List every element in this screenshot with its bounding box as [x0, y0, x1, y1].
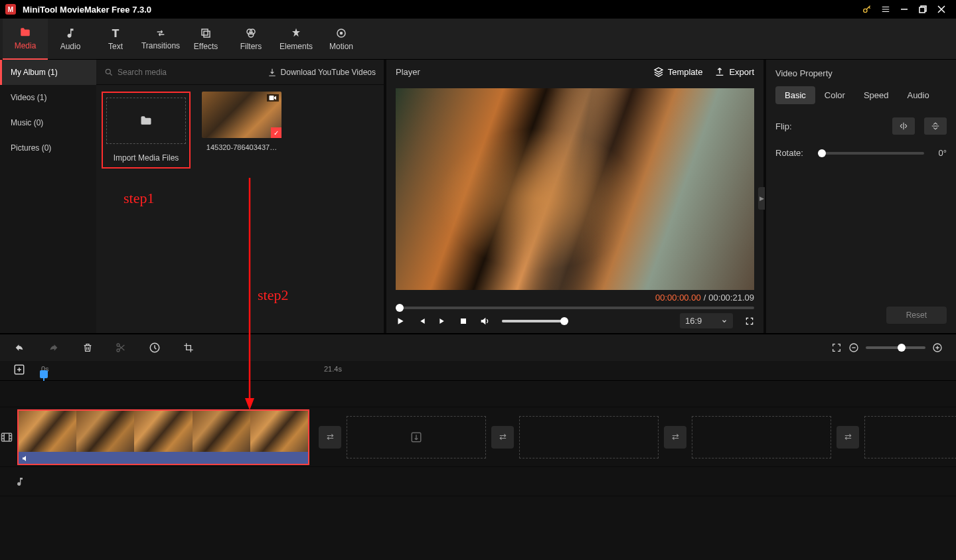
search-input[interactable] [118, 68, 210, 77]
volume-handle[interactable] [560, 317, 568, 325]
video-track[interactable]: ⇄ ⇄ ⇄ ⇄ [0, 407, 956, 467]
tab-label: Filters [240, 42, 262, 51]
album-pictures[interactable]: Pictures (0) [0, 135, 96, 161]
minimize-button[interactable] [895, 0, 914, 19]
maximize-button[interactable] [914, 0, 932, 19]
download-youtube-button[interactable]: Download YouTube Videos [268, 68, 376, 77]
transitions-icon [154, 28, 167, 38]
import-media-tile[interactable]: Import Media Files [102, 92, 191, 169]
audio-track[interactable] [0, 467, 956, 496]
prop-tab-audio[interactable]: Audio [898, 86, 938, 104]
tab-audio[interactable]: Audio [48, 19, 93, 60]
flip-vertical-button[interactable] [924, 117, 947, 135]
close-button[interactable] [932, 0, 951, 19]
undo-button[interactable] [13, 342, 25, 353]
crop-button[interactable] [183, 342, 194, 353]
empty-clip-slot[interactable] [864, 416, 956, 458]
tab-label: Audio [907, 90, 929, 100]
playhead[interactable] [40, 370, 48, 378]
import-label: Import Media Files [114, 153, 179, 163]
empty-clip-slot[interactable] [519, 416, 659, 458]
template-button[interactable]: Template [653, 66, 703, 77]
property-panel: Video Property Basic Color Speed Audio F… [766, 60, 956, 333]
transition-slot[interactable]: ⇄ [664, 426, 686, 449]
text-track[interactable] [0, 381, 956, 407]
time-duration: 00:00:21.09 [708, 293, 754, 303]
fullscreen-button[interactable] [745, 316, 754, 326]
aspect-value: 16:9 [685, 316, 702, 326]
video-viewport: ▶ [386, 84, 763, 290]
zoom-slider[interactable] [866, 346, 925, 349]
panel-expand-handle[interactable]: ▶ [758, 187, 765, 210]
prop-tab-color[interactable]: Color [815, 86, 854, 104]
album-myalbum[interactable]: My Album (1) [0, 60, 96, 85]
svg-rect-1 [919, 7, 925, 13]
titlebar: M MiniTool MovieMaker Free 7.3.0 [0, 0, 956, 19]
empty-clip-slot[interactable] [692, 416, 831, 458]
ruler-mark-1: 21.4s [324, 365, 342, 373]
media-panel: My Album (1) Videos (1) Music (0) Pictur… [0, 60, 384, 333]
rotate-slider[interactable] [818, 152, 924, 155]
seek-slider[interactable] [396, 307, 754, 309]
reset-button[interactable]: Reset [886, 307, 947, 324]
add-track-button[interactable] [13, 364, 25, 376]
transition-slot[interactable]: ⇄ [836, 426, 859, 449]
timeline-ruler[interactable]: 0s 21.4s [0, 361, 956, 381]
rotate-handle[interactable] [818, 149, 826, 157]
empty-clip-slot[interactable] [347, 416, 486, 458]
tab-label: Effects [194, 42, 218, 51]
template-icon [653, 66, 664, 77]
tab-media[interactable]: Media [3, 19, 48, 60]
menu-icon[interactable] [876, 0, 895, 19]
search-icon [104, 68, 114, 77]
aspect-ratio-select[interactable]: 16:9 [680, 313, 733, 328]
transition-slot[interactable]: ⇄ [491, 426, 514, 449]
tab-label: Media [15, 41, 37, 50]
tab-elements[interactable]: Elements [274, 19, 319, 60]
tab-filters[interactable]: Filters [228, 19, 274, 60]
filters-icon [245, 27, 257, 39]
fit-timeline-button[interactable] [831, 342, 842, 353]
split-button[interactable] [116, 342, 126, 353]
player-panel: Player Template Export ▶ 00:00:00.00 / 0… [386, 60, 763, 333]
main-toolbar: Media Audio Text Transitions Effects Fil… [0, 19, 956, 60]
zoom-handle[interactable] [898, 344, 906, 352]
property-title: Video Property [766, 60, 956, 86]
prev-frame-button[interactable] [417, 316, 426, 326]
album-videos[interactable]: Videos (1) [0, 85, 96, 110]
stop-button[interactable] [459, 317, 467, 325]
play-button[interactable] [396, 316, 405, 326]
prop-tab-basic[interactable]: Basic [775, 86, 815, 104]
zoom-out-button[interactable] [848, 342, 859, 353]
export-label: Export [729, 67, 754, 77]
video-canvas[interactable] [396, 88, 754, 290]
album-music[interactable]: Music (0) [0, 110, 96, 135]
rotate-label: Rotate: [775, 148, 809, 158]
prop-tab-speed[interactable]: Speed [854, 86, 898, 104]
volume-button[interactable] [479, 316, 490, 326]
volume-slider[interactable] [502, 320, 566, 322]
transition-slot[interactable]: ⇄ [319, 426, 341, 449]
export-button[interactable]: Export [714, 66, 754, 77]
speed-button[interactable] [149, 342, 161, 354]
next-frame-button[interactable] [438, 316, 447, 326]
tab-label: Elements [279, 42, 313, 51]
motion-icon [335, 27, 347, 39]
tab-transitions[interactable]: Transitions [138, 19, 183, 60]
search-field[interactable] [104, 68, 262, 77]
svg-rect-11 [461, 318, 466, 324]
license-key-icon[interactable] [858, 0, 876, 19]
flip-horizontal-button[interactable] [892, 117, 915, 135]
tab-motion[interactable]: Motion [319, 19, 364, 60]
zoom-in-button[interactable] [932, 342, 943, 353]
delete-button[interactable] [82, 342, 93, 354]
download-icon [268, 68, 277, 77]
tab-effects[interactable]: Effects [183, 19, 228, 60]
tab-text[interactable]: Text [93, 19, 138, 60]
timeline-clip[interactable] [17, 409, 309, 465]
media-clip-tile[interactable]: ✓ 145320-786403437… [197, 92, 286, 151]
seek-handle[interactable] [396, 304, 404, 312]
redo-button[interactable] [48, 342, 60, 353]
export-icon [714, 66, 725, 77]
tab-label: Motion [329, 42, 353, 51]
